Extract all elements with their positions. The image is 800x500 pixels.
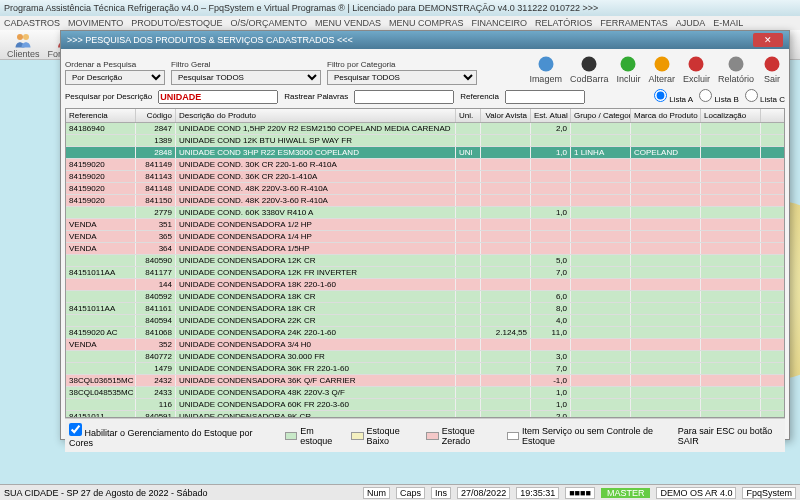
filtro-cat-label: Filtro por Categoria	[327, 60, 477, 69]
menu-cadastros[interactable]: CADASTROS	[4, 18, 60, 28]
close-button[interactable]: ✕	[753, 33, 783, 47]
radio-lista-a[interactable]: Lista A	[654, 89, 693, 104]
menu-ajuda[interactable]: AJUDA	[676, 18, 706, 28]
table-row[interactable]: 84151011AA841161UNIDADE CONDENSADORA 18K…	[66, 303, 784, 315]
col-header[interactable]: Est. Atual	[531, 109, 571, 122]
table-row[interactable]: 840590UNIDADE CONDENSADORA 12K CR5,0	[66, 255, 784, 267]
menu-relatórios[interactable]: RELATÓRIOS	[535, 18, 592, 28]
radio-lista-c[interactable]: Lista C	[745, 89, 785, 104]
col-header[interactable]: Código	[136, 109, 176, 122]
exit-hint: Para sair ESC ou botão SAIR	[678, 426, 781, 446]
svg-point-9	[765, 57, 780, 72]
menu-movimento[interactable]: MOVIMENTO	[68, 18, 123, 28]
search-dialog: >>> PESQUISA DOS PRODUTOS & SERVIÇOS CAD…	[60, 30, 790, 440]
grid-header: ReferenciaCódigoDescrição do ProdutoUni.…	[66, 109, 784, 123]
col-header[interactable]: Uni.	[456, 109, 481, 122]
legend-item: Estoque Baixo	[351, 426, 416, 446]
table-row[interactable]: VENDA364UNIDADE CONDENSADORA 1/5HP	[66, 243, 784, 255]
ref-input[interactable]	[505, 90, 585, 104]
status-bar: SUA CIDADE - SP 27 de Agosto de 2022 - S…	[0, 484, 800, 500]
menu-e-mail[interactable]: E-MAIL	[713, 18, 743, 28]
ordenar-select[interactable]: Por Descrição	[65, 70, 165, 85]
table-row[interactable]: 1389UNIDADE COND 12K BTU HIWALL SP WAY F…	[66, 135, 784, 147]
table-row[interactable]: 840592UNIDADE CONDENSADORA 18K CR6,0	[66, 291, 784, 303]
filtro-geral-select[interactable]: Pesquisar TODOS	[171, 70, 321, 85]
codbarra-button[interactable]: CodBarra	[567, 53, 612, 85]
ref-label: Referencia	[460, 92, 499, 101]
ordenar-label: Ordenar a Pesquisa	[65, 60, 165, 69]
alterar-button[interactable]: Alterar	[645, 53, 678, 85]
col-header[interactable]: Valor Avista	[481, 109, 531, 122]
legend-bar: Habilitar o Gerenciamento do Estoque por…	[65, 418, 785, 452]
table-row[interactable]: 84159020841148UNIDADE COND. 48K 220V-3-6…	[66, 183, 784, 195]
rastrear-input[interactable]	[354, 90, 454, 104]
legend-item: Item Serviço ou sem Controle de Estoque	[507, 426, 666, 446]
legend-item: Estoque Zerado	[426, 426, 496, 446]
table-row[interactable]: 84159020841149UNIDADE COND. 30K CR 220-1…	[66, 159, 784, 171]
dialog-titlebar: >>> PESQUISA DOS PRODUTOS & SERVIÇOS CAD…	[61, 31, 789, 49]
table-row[interactable]: 1479UNIDADE CONDENSADORA 36K FR 220-1-60…	[66, 363, 784, 375]
col-header[interactable]: Marca do Produto	[631, 109, 701, 122]
svg-point-1	[23, 34, 29, 40]
menu-menu compras[interactable]: MENU COMPRAS	[389, 18, 464, 28]
table-row[interactable]: 840772UNIDADE CONDENSADORA 30.000 FR3,0	[66, 351, 784, 363]
rastrear-label: Rastrear Palavras	[284, 92, 348, 101]
col-header[interactable]: Grupo / Categoria	[571, 109, 631, 122]
col-header[interactable]: Referencia	[66, 109, 136, 122]
table-row[interactable]: 84151011840591UNIDADE CONDENSADORA 9K CR…	[66, 411, 784, 418]
imagem-button[interactable]: Imagem	[526, 53, 565, 85]
table-row[interactable]: 38CQL036515MC2432UNIDADE CONDENSADORA 36…	[66, 375, 784, 387]
table-row[interactable]: 84159020841143UNIDADE COND. 36K CR 220-1…	[66, 171, 784, 183]
menu-o/s/orçamento[interactable]: O/S/ORÇAMENTO	[231, 18, 307, 28]
window-titlebar: Programa Assistência Técnica Refrigeraçã…	[0, 0, 800, 16]
table-row[interactable]: 116UNIDADE CONDENSADORA 60K FR 220-3-601…	[66, 399, 784, 411]
svg-point-6	[654, 57, 669, 72]
legend-item: Em estoque	[285, 426, 341, 446]
menu-financeiro[interactable]: FINANCEIRO	[471, 18, 527, 28]
table-row[interactable]: VENDA365UNIDADE CONDENSADORA 1/4 HP	[66, 231, 784, 243]
menu-ferramentas[interactable]: FERRAMENTAS	[600, 18, 667, 28]
dialog-iconbar: ImagemCodBarraIncluirAlterarExcluirRelat…	[526, 53, 785, 85]
sair-button[interactable]: Sair	[759, 53, 785, 85]
svg-point-7	[689, 57, 704, 72]
table-row[interactable]: 840594UNIDADE CONDENSADORA 22K CR4,0	[66, 315, 784, 327]
radio-lista-b[interactable]: Lista B	[699, 89, 739, 104]
excluir-button[interactable]: Excluir	[680, 53, 713, 85]
table-row[interactable]: VENDA351UNIDADE CONDENSADORA 1/2 HP	[66, 219, 784, 231]
col-header[interactable]: Descrição do Produto	[176, 109, 456, 122]
table-row[interactable]: 2779UNIDADE COND. 60K 3380V R410 A1,0	[66, 207, 784, 219]
svg-point-8	[728, 57, 743, 72]
status-left: SUA CIDADE - SP 27 de Agosto de 2022 - S…	[4, 488, 207, 498]
menu-bar: CADASTROSMOVIMENTOPRODUTO/ESTOQUEO/S/ORÇ…	[0, 16, 800, 30]
svg-point-4	[582, 57, 597, 72]
col-header[interactable]: Localização	[701, 109, 761, 122]
pesq-desc-input[interactable]	[158, 90, 278, 104]
svg-point-5	[621, 57, 636, 72]
table-row[interactable]: VENDA352UNIDADE CONDENSADORA 3/4 H0	[66, 339, 784, 351]
menu-produto/estoque[interactable]: PRODUTO/ESTOQUE	[131, 18, 222, 28]
clientes-button[interactable]: Clientes	[4, 30, 43, 60]
table-row[interactable]: 84151011AA841177UNIDADE CONDENSADORA 12K…	[66, 267, 784, 279]
table-row[interactable]: 84159020 AC841068UNIDADE CONDENSADORA 24…	[66, 327, 784, 339]
svg-point-3	[538, 57, 553, 72]
table-row[interactable]: 144UNIDADE CONDENSADORA 18K 220-1-60	[66, 279, 784, 291]
table-row[interactable]: 84159020841150UNIDADE COND. 48K 220V-3-6…	[66, 195, 784, 207]
incluir-button[interactable]: Incluir	[613, 53, 643, 85]
table-row[interactable]: 38CQL048535MC2433UNIDADE CONDENSADORA 48…	[66, 387, 784, 399]
table-row[interactable]: 2848UNIDADE COND 3HP R22 ESM3000 COPELAN…	[66, 147, 784, 159]
results-grid[interactable]: ReferenciaCódigoDescrição do ProdutoUni.…	[65, 108, 785, 418]
lista-radios: Lista A Lista B Lista C	[654, 89, 785, 104]
pesq-desc-label: Pesquisar por Descrição	[65, 92, 152, 101]
svg-point-0	[17, 34, 23, 40]
filtro-cat-select[interactable]: Pesquisar TODOS	[327, 70, 477, 85]
menu-menu vendas[interactable]: MENU VENDAS	[315, 18, 381, 28]
filtro-geral-label: Filtro Geral	[171, 60, 321, 69]
table-row[interactable]: 841869402847UNIDADE COND 1,5HP 220V R2 E…	[66, 123, 784, 135]
relatório-button[interactable]: Relatório	[715, 53, 757, 85]
legend-checkbox[interactable]: Habilitar o Gerenciamento do Estoque por…	[69, 423, 253, 448]
